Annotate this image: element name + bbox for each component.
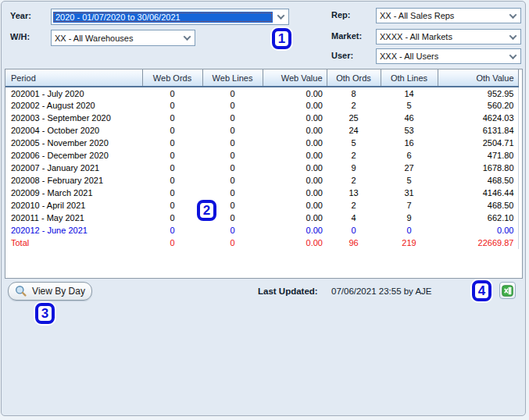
cell-web-ords: 0 — [142, 87, 202, 99]
warehouse-label: W/H: — [10, 32, 30, 41]
cell-web-value: 0.00 — [263, 99, 327, 112]
last-updated-label: Last Updated: — [258, 287, 318, 296]
cell-web-ords: 0 — [142, 99, 202, 112]
table-row[interactable]: 202010 - April 2021000.0027468.50 — [5, 199, 518, 212]
cell-web-value: 0.00 — [263, 137, 327, 149]
annotation-marker-1: 1 — [272, 28, 291, 49]
cell-web-lines: 0 — [202, 149, 263, 162]
cell-web-lines: 0 — [202, 112, 263, 124]
warehouse-select-value: XX - All Warehouses — [52, 34, 179, 43]
cell-oth-lines: 6 — [381, 149, 438, 162]
table-row[interactable]: 202004 - October 2020000.0024536131.84 — [5, 124, 518, 137]
user-select[interactable]: XXX - All Users — [376, 48, 521, 64]
cell-oth-ords: 2 — [327, 199, 381, 212]
chevron-down-icon[interactable] — [179, 35, 195, 41]
column-header-web-ords[interactable]: Web Ords — [142, 69, 202, 87]
table-header-row: Period Web Ords Web Lines Web Value Oth … — [5, 69, 518, 87]
user-label: User: — [331, 51, 353, 60]
table-row[interactable]: 202008 - February 2021000.0025468.50 — [5, 174, 518, 187]
table-row[interactable]: 202009 - March 2021000.0013314146.44 — [5, 187, 518, 199]
table-row[interactable]: 202001 - July 2020000.00814952.95 — [5, 87, 518, 99]
cell-oth-lines: 5 — [381, 99, 438, 112]
market-select[interactable]: XXXX - All Markets — [376, 29, 521, 44]
cell-oth-lines: 16 — [381, 137, 438, 149]
column-header-oth-value[interactable]: Oth Value — [438, 69, 518, 87]
cell-period: 202007 - January 2021 — [5, 162, 142, 174]
cell-web-value: 0.00 — [263, 174, 327, 187]
column-header-oth-lines[interactable]: Oth Lines — [381, 69, 438, 87]
cell-oth-value: 1678.80 — [438, 162, 518, 174]
rep-label: Rep: — [331, 10, 350, 20]
column-header-period[interactable]: Period — [5, 69, 142, 87]
cell-oth-lines: 27 — [381, 162, 438, 174]
cell-web-ords: 0 — [142, 112, 202, 124]
view-by-day-button[interactable]: View By Day — [8, 282, 92, 301]
year-label: Year: — [10, 11, 31, 20]
cell-oth-value: 468.50 — [438, 199, 518, 212]
table-row[interactable]: 202003 - September 2020000.0025464624.03 — [5, 112, 518, 124]
warehouse-select[interactable]: XX - All Warehouses — [51, 30, 195, 46]
cell-web-ords: 0 — [142, 237, 202, 249]
view-by-day-label: View By Day — [32, 286, 85, 297]
cell-web-lines: 0 — [202, 174, 263, 187]
cell-oth-value: 468.50 — [438, 174, 518, 187]
column-header-web-lines[interactable]: Web Lines — [202, 69, 263, 87]
cell-web-ords: 0 — [142, 212, 202, 224]
cell-oth-value: 2504.71 — [438, 137, 518, 149]
cell-web-ords: 0 — [142, 149, 202, 162]
cell-web-ords: 0 — [142, 187, 202, 199]
column-header-web-value[interactable]: Web Value — [263, 69, 327, 87]
cell-period: 202005 - November 2020 — [5, 137, 142, 149]
chevron-down-icon[interactable] — [505, 34, 520, 40]
cell-web-ords: 0 — [142, 174, 202, 187]
table-row[interactable]: 202007 - January 2021000.009271678.80 — [5, 162, 518, 174]
cell-web-ords: 0 — [142, 124, 202, 137]
cell-oth-ords: 96 — [327, 237, 381, 249]
cell-web-value: 0.00 — [263, 87, 327, 99]
cell-period: 202012 - June 2021 — [5, 224, 142, 237]
table-row[interactable]: 202005 - November 2020000.005162504.71 — [5, 137, 518, 149]
user-select-value: XXX - All Users — [377, 52, 505, 61]
annotation-marker-2: 2 — [197, 200, 216, 221]
cell-web-lines: 0 — [202, 162, 263, 174]
cell-period: 202003 - September 2020 — [5, 112, 142, 124]
cell-oth-ords: 2 — [327, 174, 381, 187]
cell-oth-value: 4146.44 — [438, 187, 518, 199]
table-row[interactable]: 202011 - May 2021000.0049662.10 — [5, 212, 518, 224]
cell-web-value: 0.00 — [263, 237, 327, 249]
chevron-down-icon[interactable] — [505, 54, 520, 59]
rep-select[interactable]: XX - All Sales Reps — [376, 8, 521, 23]
cell-web-ords: 0 — [142, 137, 202, 149]
column-header-oth-ords[interactable]: Oth Ords — [327, 69, 381, 87]
cell-period: Total — [5, 237, 142, 249]
table-row[interactable]: 202012 - June 2021000.00000.00 — [5, 224, 518, 237]
cell-oth-value: 6131.84 — [438, 124, 518, 137]
cell-web-ords: 0 — [142, 162, 202, 174]
chevron-down-icon[interactable] — [273, 14, 288, 20]
cell-oth-lines: 219 — [381, 237, 438, 249]
table-row[interactable]: 202002 - August 2020000.0025560.20 — [5, 99, 518, 112]
cell-web-value: 0.00 — [263, 187, 327, 199]
cell-web-value: 0.00 — [263, 162, 327, 174]
cell-oth-ords: 4 — [327, 212, 381, 224]
export-to-excel-button[interactable] — [499, 282, 516, 299]
cell-web-lines: 0 — [202, 99, 263, 112]
cell-period: 202002 - August 2020 — [5, 99, 142, 112]
cell-period: 202011 - May 2021 — [5, 212, 142, 224]
sales-table-body: 202001 - July 2020000.00814952.95202002 … — [5, 87, 518, 249]
year-select[interactable]: 2020 - 01/07/2020 to 30/06/2021 — [51, 9, 289, 25]
cell-web-lines: 0 — [202, 224, 263, 237]
total-row[interactable]: Total000.009621922669.87 — [5, 237, 518, 249]
cell-oth-ords: 8 — [327, 87, 381, 99]
cell-period: 202004 - October 2020 — [5, 124, 142, 137]
cell-period: 202010 - April 2021 — [5, 199, 142, 212]
chevron-down-icon[interactable] — [505, 13, 520, 19]
cell-web-value: 0.00 — [263, 199, 327, 212]
magnifier-icon — [15, 285, 27, 297]
cell-web-lines: 0 — [202, 87, 263, 99]
cell-period: 202001 - July 2020 — [5, 87, 142, 99]
cell-period: 202009 - March 2021 — [5, 187, 142, 199]
table-row[interactable]: 202006 - December 2020000.0026471.80 — [5, 149, 518, 162]
cell-oth-value: 560.20 — [438, 99, 518, 112]
cell-period: 202006 - December 2020 — [5, 149, 142, 162]
